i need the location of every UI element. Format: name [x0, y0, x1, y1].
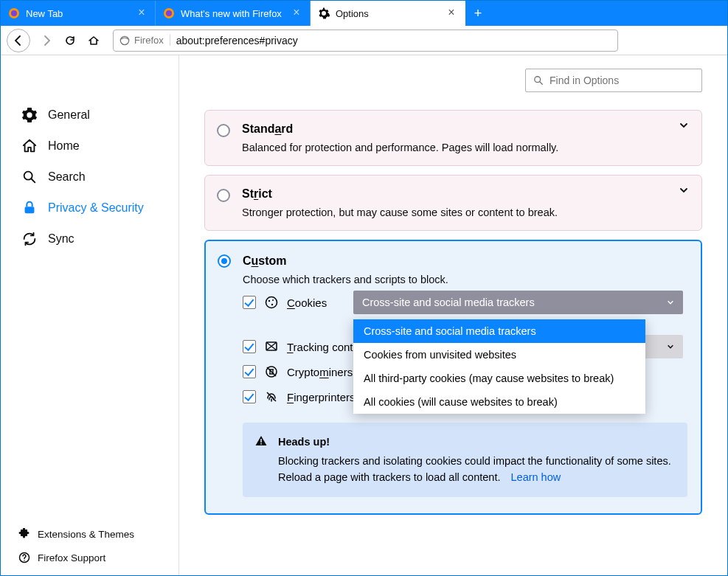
checkbox-fingerprinters[interactable] — [243, 390, 256, 403]
site-identity-chip[interactable]: Firefox — [119, 35, 170, 46]
sidebar-item-extensions[interactable]: Extensions & Themes — [1, 522, 178, 546]
checkbox-cookies[interactable] — [243, 296, 256, 309]
sidebar-item-sync[interactable]: Sync — [1, 223, 178, 254]
panel-description: Balanced for protection and performance.… — [242, 142, 688, 153]
preferences-sidebar: General Home Search Privacy & Security — [1, 55, 179, 576]
radio-custom[interactable] — [218, 254, 231, 268]
tab-label: New Tab — [26, 8, 136, 19]
sync-icon — [21, 231, 38, 247]
cookies-policy-select[interactable]: Cross-site and social media trackers — [353, 291, 683, 314]
options-search-input[interactable]: Find in Options — [525, 69, 702, 92]
dropdown-option[interactable]: All third-party cookies (may cause websi… — [353, 367, 645, 390]
tab-label: Options — [336, 8, 446, 19]
option-label-cryptominers: Cryptominers — [287, 366, 353, 378]
close-icon[interactable]: × — [136, 7, 148, 19]
select-value: Cross-site and social media trackers — [362, 296, 535, 308]
sidebar-item-label: General — [48, 108, 90, 122]
sidebar-item-label: Firefox Support — [38, 552, 105, 563]
dropdown-option[interactable]: All cookies (will cause websites to brea… — [353, 390, 645, 414]
sidebar-item-search[interactable]: Search — [1, 162, 178, 192]
firefox-icon — [8, 7, 20, 19]
search-icon — [21, 169, 38, 185]
svg-rect-15 — [260, 439, 262, 443]
help-icon — [18, 552, 30, 563]
chevron-down-icon[interactable] — [679, 121, 688, 130]
firefox-outline-icon — [119, 35, 130, 46]
panel-title: Strict — [242, 187, 688, 201]
svg-rect-16 — [260, 443, 262, 445]
search-icon — [533, 75, 544, 86]
learn-how-link[interactable]: Learn how — [511, 471, 561, 483]
option-label-cookies: Cookies — [287, 296, 327, 309]
chevron-down-icon[interactable] — [679, 186, 688, 195]
browser-tab-options[interactable]: Options × — [311, 1, 465, 26]
sidebar-item-label: Sync — [48, 232, 74, 246]
svg-rect-6 — [25, 207, 35, 213]
browser-tab-whatsnew[interactable]: What's new with Firefox × — [156, 1, 311, 26]
notice-title: Heads up! — [278, 434, 674, 451]
dropdown-option[interactable]: Cross-site and social media trackers — [353, 319, 645, 343]
home-icon — [21, 138, 38, 154]
sidebar-item-label: Home — [48, 139, 80, 153]
tracking-icon — [265, 340, 278, 353]
sidebar-item-general[interactable]: General — [1, 100, 178, 131]
svg-point-9 — [266, 297, 277, 308]
panel-description: Choose which trackers and scripts to blo… — [243, 274, 687, 285]
sidebar-item-label: Search — [48, 170, 86, 184]
gear-icon — [21, 107, 38, 123]
sidebar-item-label: Extensions & Themes — [38, 529, 134, 540]
back-button[interactable] — [7, 29, 30, 52]
site-identity-label: Firefox — [134, 35, 164, 46]
radio-standard[interactable] — [217, 124, 230, 137]
browser-tab-bar: New Tab × What's new with Firefox × Opti… — [1, 1, 727, 26]
option-label-fingerprinters: Fingerprinters — [287, 391, 356, 403]
warning-icon — [254, 434, 268, 448]
tab-label: What's new with Firefox — [181, 8, 291, 19]
url-text: about:preferences#privacy — [176, 35, 298, 46]
panel-title: Custom — [243, 254, 687, 268]
svg-point-3 — [166, 10, 172, 16]
svg-point-1 — [11, 10, 17, 16]
close-icon[interactable]: × — [291, 7, 302, 19]
forward-button — [35, 29, 58, 52]
cookie-icon — [265, 296, 278, 309]
checkbox-cryptominers[interactable] — [243, 365, 256, 378]
notice-body: Blocking trackers and isolating cookies … — [278, 455, 671, 483]
cryptominer-icon — [265, 365, 278, 378]
address-bar[interactable]: Firefox about:preferences#privacy — [113, 30, 618, 52]
chevron-down-icon — [667, 343, 674, 350]
sidebar-item-support[interactable]: Firefox Support — [1, 546, 178, 569]
home-button[interactable] — [82, 29, 105, 52]
close-icon[interactable]: × — [446, 7, 457, 19]
dropdown-option[interactable]: Cookies from unvisited websites — [353, 343, 645, 367]
browser-tab-newtab[interactable]: New Tab × — [1, 1, 156, 26]
gear-icon — [318, 7, 330, 19]
checkbox-tracking[interactable] — [243, 340, 256, 353]
heads-up-notice: Heads up! Blocking trackers and isolatin… — [243, 423, 687, 497]
svg-point-5 — [24, 172, 32, 180]
protection-panel-strict[interactable]: Strict Stronger protection, but may caus… — [204, 175, 702, 231]
sidebar-item-home[interactable]: Home — [1, 131, 178, 162]
protection-panel-standard[interactable]: Standard Balanced for protection and per… — [204, 110, 702, 166]
svg-point-10 — [268, 300, 270, 302]
sidebar-item-label: Privacy & Security — [48, 201, 144, 215]
preferences-content: Find in Options Standard Balanced for pr… — [179, 55, 727, 576]
protection-panel-custom: Custom Choose which trackers and scripts… — [204, 240, 702, 515]
panel-description: Stronger protection, but may cause some … — [242, 207, 688, 218]
new-tab-button[interactable]: + — [465, 1, 490, 26]
chevron-down-icon — [667, 299, 674, 306]
radio-strict[interactable] — [217, 189, 230, 202]
firefox-icon — [163, 7, 175, 19]
svg-point-11 — [272, 299, 274, 301]
lock-icon — [21, 200, 38, 216]
sidebar-item-privacy[interactable]: Privacy & Security — [1, 192, 178, 223]
panel-title: Standard — [242, 122, 688, 136]
puzzle-icon — [18, 528, 30, 540]
cookies-policy-dropdown: Cross-site and social media trackers Coo… — [353, 319, 645, 414]
fingerprint-icon — [265, 390, 278, 403]
reload-button[interactable] — [58, 29, 82, 52]
browser-nav-bar: Firefox about:preferences#privacy — [1, 26, 727, 55]
search-placeholder: Find in Options — [550, 74, 619, 86]
svg-point-12 — [271, 304, 273, 305]
